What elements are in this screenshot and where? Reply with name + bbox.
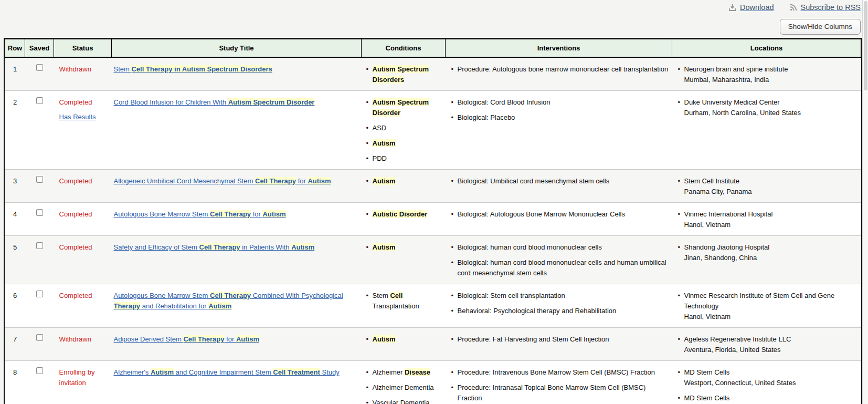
text-segment: ASD bbox=[373, 124, 387, 132]
table-row: 5 Completed Safety and Efficacy of Stem … bbox=[5, 236, 861, 284]
locations-list: Neurogen brain and spine instituteMumbai… bbox=[678, 64, 859, 85]
text-segment: Allogeneic Umbilical Cord Mesenchymal St… bbox=[114, 177, 256, 185]
text-segment: Study bbox=[320, 368, 340, 376]
status-text: Completed bbox=[59, 292, 92, 299]
saved-checkbox[interactable] bbox=[36, 334, 43, 341]
scrollbar[interactable] bbox=[862, 0, 868, 404]
intervention-item: Biological: Placebo bbox=[451, 112, 669, 123]
show-hide-columns-button[interactable]: Show/Hide Columns bbox=[780, 19, 861, 35]
highlighted-term: Cell Therapy in Autism Spectrum Disorder… bbox=[131, 65, 272, 73]
table-row: 6 Completed Autologous Bone Marrow Stem … bbox=[5, 284, 861, 328]
locations-list: Vinmec International HospitalHanoi, Viet… bbox=[678, 209, 859, 230]
condition-item: Autistic Disorder bbox=[366, 209, 443, 220]
status-text: Withdrawn bbox=[59, 335, 91, 343]
table-row: 3 Completed Allogeneic Umbilical Cord Me… bbox=[5, 170, 861, 203]
table-header-row: Row Saved Status Study Title Conditions … bbox=[5, 39, 861, 58]
interventions-list: Procedure: Fat Harvesting and Stem Cell … bbox=[451, 334, 669, 345]
study-title-link[interactable]: Cord Blood Infusion for Children With Au… bbox=[114, 98, 315, 106]
conditions-list: Autistic Disorder bbox=[366, 209, 443, 220]
saved-checkbox[interactable] bbox=[36, 242, 43, 249]
text-segment: Adipose Derived Stem bbox=[114, 335, 184, 343]
location-city: Westport, Connecticut, United States bbox=[684, 378, 859, 388]
text-segment: Alzheimer bbox=[373, 368, 405, 376]
status-text: Completed bbox=[59, 177, 92, 185]
saved-checkbox[interactable] bbox=[36, 291, 43, 297]
has-results-link[interactable]: Has Results bbox=[59, 112, 96, 122]
text-segment: Alzheimer's bbox=[114, 368, 151, 376]
highlighted-term: Autistic Disorder bbox=[373, 210, 428, 218]
study-title-link[interactable]: Autologous Bone Marrow Stem Cell Therapy… bbox=[114, 210, 286, 218]
locations-list: Shandong Jiaotong HospitalJinan, Shandon… bbox=[678, 242, 859, 263]
location-item: Neurogen brain and spine instituteMumbai… bbox=[678, 64, 859, 85]
interventions-list: Biological: Umbilical cord mesenchymal s… bbox=[451, 176, 669, 187]
saved-checkbox[interactable] bbox=[36, 209, 43, 216]
study-title-link[interactable]: Safety and Efficacy of Stem Cell Therapy… bbox=[114, 243, 315, 251]
highlighted-term: Cell Therapy bbox=[210, 292, 251, 299]
text-segment: for bbox=[251, 210, 262, 218]
row-number: 5 bbox=[13, 243, 17, 251]
column-header-row: Row bbox=[5, 39, 25, 58]
study-title-link[interactable]: Alzheimer's Autism and Cognitive Impairm… bbox=[114, 368, 340, 376]
condition-item: Autism bbox=[366, 138, 443, 149]
location-item: MD Stem CellsWestport, Connecticut, Unit… bbox=[678, 367, 859, 388]
saved-checkbox[interactable] bbox=[36, 97, 43, 104]
saved-checkbox[interactable] bbox=[36, 176, 43, 183]
saved-checkbox[interactable] bbox=[36, 64, 43, 71]
highlighted-term: Autism bbox=[151, 368, 174, 376]
location-city: Hanoi, Vietnam bbox=[684, 220, 859, 230]
study-title-link[interactable]: Autologous Bone Marrow Stem Cell Therapy… bbox=[114, 292, 343, 310]
download-link[interactable]: Download bbox=[728, 3, 774, 12]
condition-item: Autism bbox=[366, 334, 443, 345]
interventions-list: Procedure: Autologous bone marrow mononu… bbox=[451, 64, 669, 75]
conditions-list: Autism Spectrum Disorders bbox=[366, 64, 443, 85]
condition-item: Alzheimer Dementia bbox=[366, 382, 443, 393]
text-segment: for bbox=[224, 335, 236, 343]
intervention-item: Biological: Cord Blood Infusion bbox=[451, 97, 669, 108]
rss-icon bbox=[790, 4, 797, 11]
location-facility: Ageless Regenerative Institute LLC bbox=[684, 334, 859, 345]
column-header-conditions: Conditions bbox=[362, 39, 446, 58]
row-number: 3 bbox=[13, 177, 17, 185]
location-item: Vinmec International HospitalHanoi, Viet… bbox=[678, 209, 859, 230]
subscribe-rss-link[interactable]: Subscribe to RSS bbox=[790, 3, 861, 12]
highlighted-term: Cell Treatment bbox=[273, 368, 320, 376]
intervention-item: Procedure: Intravenous Bone Marrow Stem … bbox=[451, 367, 669, 378]
location-facility: Vinmec International Hospital bbox=[684, 209, 859, 220]
saved-checkbox[interactable] bbox=[36, 367, 43, 374]
intervention-item: Biological: Autologous Bone Marrow Monon… bbox=[451, 209, 669, 220]
table-row: 2 Completed Has Results Cord Blood Infus… bbox=[5, 91, 861, 170]
study-title-link[interactable]: Stem Cell Therapy in Autism Spectrum Dis… bbox=[114, 65, 272, 73]
column-header-locations: Locations bbox=[672, 39, 861, 58]
location-city: Hanoi, Vietnam bbox=[684, 312, 859, 322]
highlighted-term: Cell Therapy bbox=[255, 177, 296, 185]
intervention-item: Biological: Stem cell transplantation bbox=[451, 291, 669, 301]
highlighted-term: Autism bbox=[291, 243, 314, 251]
highlighted-term: Autism bbox=[308, 177, 331, 185]
results-table-body: 1 Withdrawn Stem Cell Therapy in Autism … bbox=[5, 57, 861, 404]
text-segment: Autologous Bone Marrow Stem bbox=[114, 210, 210, 218]
study-title-link[interactable]: Allogeneic Umbilical Cord Mesenchymal St… bbox=[114, 177, 331, 185]
text-segment: Combined With Psychological bbox=[251, 292, 343, 299]
column-header-saved: Saved bbox=[25, 39, 54, 58]
intervention-item: Biological: human cord blood mononuclear… bbox=[451, 242, 669, 253]
scrollbar-thumb[interactable] bbox=[864, 1, 867, 90]
row-number: 2 bbox=[13, 98, 17, 106]
intervention-item: Procedure: Fat Harvesting and Stem Cell … bbox=[451, 334, 669, 345]
conditions-list: Stem Cell Transplantation bbox=[366, 291, 443, 312]
column-header-study-title: Study Title bbox=[112, 39, 362, 58]
locations-list: MD Stem CellsWestport, Connecticut, Unit… bbox=[678, 367, 859, 404]
highlighted-term: Autism bbox=[236, 335, 259, 343]
locations-list: Duke University Medical CenterDurham, No… bbox=[678, 97, 859, 118]
locations-list: Ageless Regenerative Institute LLCAventu… bbox=[678, 334, 859, 355]
highlighted-term: Autism Spectrum Disorders bbox=[373, 65, 429, 84]
highlighted-term: Autism bbox=[373, 243, 396, 251]
condition-item: Autism Spectrum Disorders bbox=[366, 64, 443, 85]
highlighted-term: Autism Spectrum Disorder bbox=[228, 98, 315, 106]
text-segment: for bbox=[296, 177, 308, 185]
condition-item: Alzheimer Disease bbox=[366, 367, 443, 378]
status-text: Withdrawn bbox=[59, 65, 91, 73]
row-number: 8 bbox=[13, 368, 17, 376]
text-segment: Cord Blood Infusion for Children With bbox=[114, 98, 228, 106]
highlighted-term: Therapy bbox=[114, 302, 141, 310]
study-title-link[interactable]: Adipose Derived Stem Cell Therapy for Au… bbox=[114, 335, 259, 343]
